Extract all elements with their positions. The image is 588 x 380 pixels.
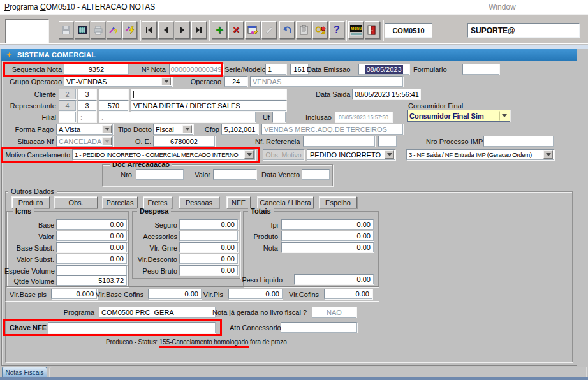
chevron-down-icon[interactable] [161,77,171,85]
obs-motivo-combo[interactable]: PEDIDO INCORRETO [307,149,395,160]
chevron-down-icon[interactable] [182,125,192,133]
doc-nro-field[interactable] [136,169,184,180]
ato-concessorio-field[interactable] [281,322,357,333]
clipboard-button[interactable] [296,21,311,39]
wizard-help-button[interactable]: ? [107,21,121,39]
representante-field-3[interactable]: 570 [99,100,128,111]
doc-valor-label: Valor [189,171,210,179]
espelho-button[interactable]: Espelho [319,196,357,208]
representante-field-1: 4 [59,100,76,111]
icms-valor-field[interactable]: 0.00 [56,231,127,241]
tipo-docto-combo[interactable]: Fiscal [153,124,193,135]
ipi-field[interactable]: 0.00 [281,219,374,230]
vlr-desconto-field[interactable]: 0.00 [179,254,238,264]
prev-record-button[interactable] [158,21,173,39]
clear-button[interactable] [261,21,277,39]
uf-field[interactable] [272,112,286,122]
first-record-button[interactable] [142,21,157,39]
exit-button[interactable] [365,21,380,39]
vlr-gnre-field[interactable]: 0.00 [179,242,238,252]
sequencia-nota-field[interactable]: 9352 [64,64,129,75]
filial-field-2[interactable]: : [78,112,96,122]
operacao-code-field[interactable]: 24 [224,76,247,87]
motivo-cancelamento-combo[interactable]: 1 - PEDIDO INCORRETO - COMERCIAL MERCADO… [72,149,255,160]
doc-vencto-field[interactable] [302,169,330,180]
filial-desc-field[interactable]: . [99,112,256,122]
tipo-nf-combo[interactable]: 3 - NF Saida / NF Entrada IMP (Geracao O… [406,149,554,160]
save-button[interactable] [59,21,73,39]
nro-processo-imp-label: Nro Processo IMP [426,138,482,145]
menu-item-programa[interactable]: Programa [4,3,38,11]
programa-field[interactable]: COM0500 PRC_GERA [99,307,216,318]
last-record-button[interactable] [191,21,207,39]
icms-base-subst-label: Base Subst. [4,244,54,252]
data-saida-field[interactable]: 08/05/2023 15:56:41 [352,89,420,99]
representante-field-2[interactable]: 3 [78,100,96,111]
status-red-underline [159,346,249,348]
vlr-base-cofins-field[interactable]: 0.00 [148,289,202,299]
keys-button[interactable] [312,21,328,39]
chave-nfe-label: Chave NFE [10,324,48,332]
icms-base-subst-field[interactable]: 0.00 [56,242,127,252]
inclusao-label: Inclusao [304,113,332,121]
chevron-down-icon[interactable] [244,150,254,159]
formulario-field[interactable] [462,64,499,75]
grupo-operacao-combo[interactable]: VE-VENDAS [64,76,172,87]
wizard-run-button[interactable] [122,21,137,39]
next-record-button[interactable] [175,21,190,39]
forma-pago-combo[interactable]: A Vista [56,124,113,135]
obs-button[interactable]: Obs. [54,196,98,208]
menu-button[interactable]: Menu [348,21,364,39]
nf-referencia-field[interactable] [303,136,375,147]
help-button[interactable]: ? [329,21,344,39]
data-emissao-field[interactable]: 08/05/2023 [358,64,409,75]
totais-nota-field[interactable]: 0.00 [281,242,374,252]
cfop-field[interactable]: 5,102,001 [221,124,258,135]
totais-nota-label: Nota [243,244,278,252]
cliente-field-2[interactable]: 3 [78,89,96,99]
representante-desc-field[interactable]: VENDA DIRETA / DIRECT SALES [131,100,286,111]
vlr-base-pis-field[interactable]: 0.000 [51,289,97,299]
doc-valor-field[interactable] [213,169,256,180]
menu-item-window[interactable]: Window [489,3,516,11]
chevron-down-icon[interactable] [499,111,509,121]
serie-field[interactable]: 1 [265,64,286,75]
peso-liquido-field[interactable]: 0.00 [294,274,374,284]
chevron-down-icon[interactable] [543,150,553,159]
totais-produto-field[interactable]: 0.00 [281,231,374,241]
vlr-desconto-label: Vlr.Desconto [132,256,177,263]
oe-field[interactable]: 6780002 [153,136,215,147]
especie-volume-field[interactable] [56,265,127,275]
query-button[interactable] [245,21,260,39]
peso-bruto-field[interactable]: 0.00 [179,265,238,275]
chevron-down-icon[interactable] [385,150,394,159]
undo-button[interactable] [279,21,295,39]
vlr-cofins-field[interactable]: 0.00 [324,289,372,299]
acessorios-field[interactable] [179,231,238,241]
pessoas-button[interactable]: Pessoas [179,196,219,208]
qtde-volume-field[interactable]: 5103.72 [56,275,127,286]
print-button[interactable] [91,21,105,39]
icms-base-field[interactable]: 0.00 [56,219,127,230]
chave-nfe-field[interactable] [48,322,216,333]
situacao-nf-label: Situacao Nf [4,138,54,145]
cliente-desc-field[interactable] [131,89,286,99]
nf-referencia-field-2[interactable] [378,136,397,147]
icms-valor-subst-field[interactable]: 0.00 [56,254,127,264]
vlr-pis-field[interactable]: 0.00 [228,289,283,299]
delete-record-button[interactable]: × [228,21,244,39]
nro-processo-imp-field[interactable] [483,136,554,147]
tab-notas-fiscais[interactable]: Notas Fiscais [2,367,47,377]
modelo-field[interactable]: 161 [290,64,309,75]
menu-item-title[interactable]: COM0510 - ALTERACAO NOTAS [40,3,155,11]
chevron-down-icon[interactable] [102,125,112,133]
consumidor-final-combo[interactable]: Consumidor Final Sim [407,110,510,122]
insert-record-button[interactable]: + [212,21,227,39]
cliente-field-3[interactable] [99,89,128,99]
parcelas-button[interactable]: Parcelas [102,196,138,208]
display-button[interactable] [75,21,89,39]
seguro-field[interactable]: 0.00 [179,219,238,230]
filial-field-1[interactable] [59,112,76,122]
vlr-pis-label: Vlr.Pis [203,291,223,298]
nfe-button[interactable]: NFE [226,196,251,208]
